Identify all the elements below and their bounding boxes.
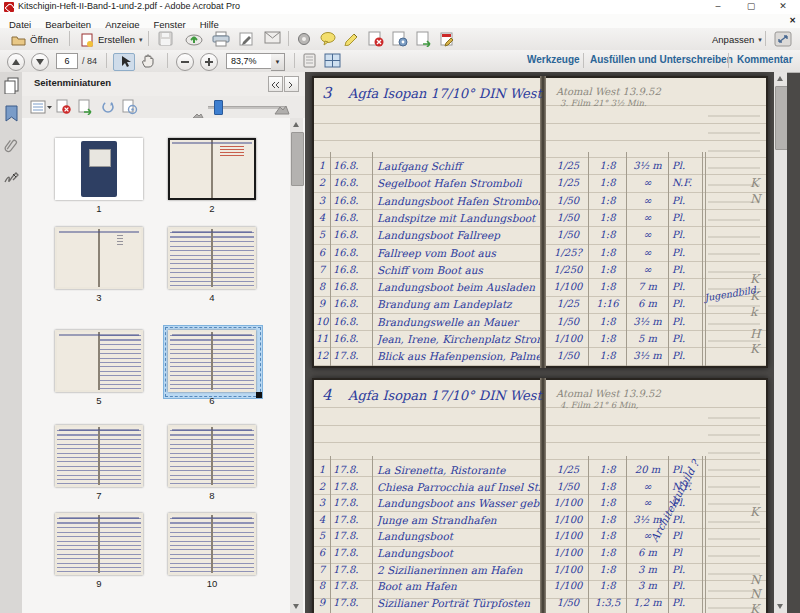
thumbnail-page-10[interactable] [168,513,256,575]
log-row-aperture: 1:8 [589,229,626,240]
margin-mark: N [750,587,761,601]
zoom-large-icon [274,101,290,119]
log-row-date: 16.8. [333,177,371,188]
log-row-number: 6 [315,247,329,258]
print-icon[interactable] [212,31,230,47]
log-row-description: Brandungswelle an Mauer [377,316,540,328]
thumbnail-size-slider-thumb[interactable] [214,100,223,115]
signatures-icon[interactable] [3,170,20,190]
window-title: Kitschigin-Heft-II-Band-1-und-2.pdf - Ad… [18,1,240,11]
thumbnail-page-9[interactable] [55,513,143,575]
log-row-aperture: 1:8 [589,264,626,275]
log-row-developer: Pl [672,530,704,541]
scanned-page-spread-4[interactable]: 4Agfa Isopan 17/10° DIN WestAtomal West … [312,378,768,613]
edit-page-icon[interactable] [440,31,458,47]
email-icon[interactable] [264,31,282,47]
log-row-developer: Pl. [672,597,704,608]
page-properties-icon[interactable] [392,31,410,47]
log-row-shutter: 1/50 [548,597,588,608]
margin-mark: K [750,602,759,613]
thumbnail-page-2[interactable] [168,138,256,200]
scanned-page-spread-3[interactable]: 3Agfa Isopan 17/10° DIN WestAtomal West … [312,76,768,368]
open-button[interactable]: Öffnen [5,30,64,49]
thumbnail-page-3[interactable] [55,227,143,289]
panel-rotate-pages-icon[interactable] [100,99,116,119]
log-row-date: 16.8. [333,333,371,344]
log-row-description: La Sirenetta, Ristorante [377,464,540,476]
delete-pages-icon[interactable] [368,31,386,47]
log-row-date: 17.8. [333,530,371,541]
zoom-level-input[interactable]: 83,7% [226,53,272,69]
create-button[interactable]: Erstellen▾ [75,30,148,49]
expand-panel-button[interactable] [284,76,299,92]
anpassen-dropdown[interactable]: Anpassen▾ [706,30,768,49]
previous-page-button[interactable] [7,53,25,71]
collapse-panel-button[interactable] [268,76,283,92]
log-row-date: 17.8. [333,481,371,492]
thumbnail-page-4[interactable] [168,227,256,289]
settings-gear-icon[interactable] [296,31,314,47]
fit-page-icon[interactable] [324,53,342,69]
log-row-number: 3 [315,195,329,206]
log-row-description: 2 Sizilianerinnen am Hafen [377,564,540,576]
panel-page-properties-icon[interactable] [122,99,138,119]
close-document-icon[interactable]: ✕ [789,14,796,27]
tab-kommentar[interactable]: Kommentar [737,54,793,65]
highlight-icon[interactable] [344,31,362,47]
zoom-dropdown-button[interactable]: ▼ [271,53,285,71]
log-row-description: Schiff vom Boot aus [377,264,540,276]
log-row-number: 8 [315,281,329,292]
fullscreen-icon[interactable] [774,31,792,47]
log-row-description: Landungsboot ans Wasser gebracht [377,497,540,509]
panel-title: Seitenminiaturen [34,77,111,88]
next-page-button[interactable] [31,53,49,71]
scroll-mode-icon[interactable] [302,53,320,69]
log-row-distance: 5 m [627,333,668,344]
panel-options-icon[interactable] [30,100,52,118]
bookmarks-icon[interactable] [4,105,19,126]
share-cloud-icon[interactable] [185,31,203,47]
thumbnail-page-1[interactable] [55,138,143,200]
panel-scrollbar[interactable] [290,118,303,613]
maximize-button[interactable]: ▢ [738,0,764,13]
thumbnail-page-7[interactable] [55,425,143,487]
page-thumbnails-icon[interactable] [3,77,20,98]
log-row-distance: 3½ m [627,160,668,171]
log-row-date: 16.8. [333,298,371,309]
tab-werkzeuge[interactable]: Werkzeuge [527,54,580,65]
sign-icon[interactable] [239,31,257,47]
log-row-developer: Pl. [672,316,704,327]
thumbnail-page-5[interactable] [55,330,143,392]
log-row-description: Landungsboot [377,547,540,559]
thumbnail-page-8[interactable] [168,425,256,487]
close-button[interactable]: ✕ [770,0,796,13]
table-line [330,456,331,613]
log-row-description: Segelboot Hafen Stromboli [377,177,540,189]
log-row-shutter: 1/25 [548,160,588,171]
export-page-icon[interactable] [416,31,434,47]
comment-bubble-icon[interactable] [320,31,338,47]
thumbnail-page-6[interactable] [168,330,256,392]
panel-export-pages-icon[interactable] [78,99,94,119]
document-view[interactable]: 3Agfa Isopan 17/10° DIN WestAtomal West … [305,72,787,613]
tab-ausf-llen-und-unterschreiben[interactable]: Ausfüllen und Unterschreiben [590,54,733,65]
log-row-number: 6 [315,547,329,558]
thumbnail-label: 1 [55,203,143,214]
panel-delete-pages-icon[interactable] [56,99,72,119]
hand-tool-button[interactable] [139,53,159,69]
document-scrollbar[interactable] [774,72,787,613]
log-row-description: Chiesa Parrocchia auf Insel Stromb. [377,481,540,493]
minimize-button[interactable]: – [705,0,731,13]
log-row-date: 16.8. [333,264,371,275]
zoom-out-button[interactable] [176,53,194,71]
thumbnail-label: 8 [168,490,256,501]
log-row-shutter: 1/50 [548,212,588,223]
zoom-in-button[interactable] [200,53,218,71]
film-title: Agfa Isopan 17/10° DIN West [348,86,542,101]
attachments-icon[interactable] [4,138,19,160]
select-tool-button[interactable] [113,53,135,71]
log-row-aperture: 1:8 [589,530,626,541]
page-number-input[interactable]: 6 [56,53,78,69]
save-icon[interactable] [158,31,176,47]
log-row-developer: Pl. [672,564,704,575]
